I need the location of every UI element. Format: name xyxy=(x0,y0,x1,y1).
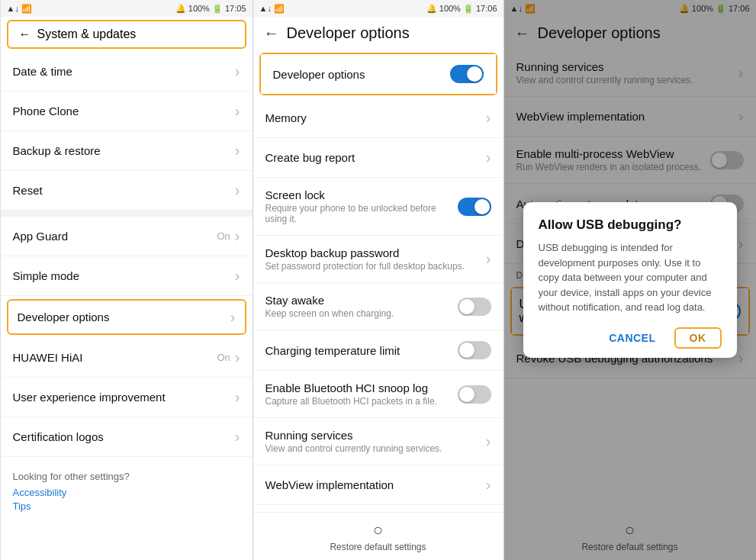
dialog-buttons: CANCEL OK xyxy=(539,327,722,349)
chevron-desktop-backup xyxy=(486,250,491,268)
list-item-phone-clone[interactable]: Phone Clone xyxy=(1,92,253,131)
list-item-running-services[interactable]: Running services View and control curren… xyxy=(253,418,503,465)
divider-1 xyxy=(1,211,253,217)
battery-text: 100% 🔋 xyxy=(188,4,223,14)
middle-top-bar: ← Developer options xyxy=(253,17,503,50)
dev-options-toggle-switch[interactable] xyxy=(450,65,484,83)
back-arrow-left[interactable]: ← xyxy=(19,27,31,41)
middle-panel: ▲↓ 📶 🔔 100% 🔋 17:06 ← Developer options … xyxy=(253,0,504,560)
stay-awake-toggle[interactable] xyxy=(458,298,491,316)
status-right: 🔔 100% 🔋 17:05 xyxy=(175,4,246,14)
app-guard-badge: On xyxy=(217,230,230,242)
signal-icon-m: ▲↓ xyxy=(259,4,272,13)
chevron-simple-mode xyxy=(235,267,240,285)
list-item-stay-awake[interactable]: Stay awake Keep screen on when charging. xyxy=(253,283,503,330)
right-panel: ▲↓ 📶 🔔 100% 🔋 17:06 ← Developer options … xyxy=(504,0,756,560)
restore-label-m: Restore default settings xyxy=(330,542,426,552)
status-bar-middle: ▲↓ 📶 🔔 100% 🔋 17:06 xyxy=(253,0,503,17)
battery-m: 100% 🔋 xyxy=(439,4,474,14)
list-item-dev-options-toggle[interactable]: Developer options xyxy=(261,54,496,94)
list-item-user-experience[interactable]: User experience improvement xyxy=(1,378,253,417)
left-footer: Looking for other settings? Accessibilit… xyxy=(1,457,253,526)
time-m: 17:06 xyxy=(476,4,497,13)
alarm-icon-m: 🔔 xyxy=(426,4,437,14)
list-item-desktop-backup[interactable]: Desktop backup password Set password pro… xyxy=(253,236,503,283)
chevron-certification xyxy=(235,428,240,446)
dev-options-toggle-highlight: Developer options xyxy=(259,53,497,95)
left-top-bar: ← System & updates xyxy=(7,20,246,49)
chevron-user-experience xyxy=(235,388,240,406)
hiai-badge: On xyxy=(217,352,230,363)
screen-lock-toggle[interactable] xyxy=(458,198,491,216)
list-item-huawei-hiai[interactable]: HUAWEI HiAI On xyxy=(1,338,253,378)
left-section-list: Date & time Phone Clone Backup & restore… xyxy=(1,52,253,560)
usb-dialog: Allow USB debugging? USB debugging is in… xyxy=(523,202,737,358)
charging-temp-toggle[interactable] xyxy=(458,341,491,359)
chevron-developer-options xyxy=(230,308,236,326)
chevron-phone-clone xyxy=(235,102,240,120)
list-item-simple-mode[interactable]: Simple mode xyxy=(1,256,253,296)
list-item-screen-lock[interactable]: Screen lock Require your phone to be unl… xyxy=(253,178,503,236)
list-item-multi-process[interactable]: Enable multi-process WebView Run WebView… xyxy=(253,505,503,512)
cancel-button[interactable]: CANCEL xyxy=(598,327,666,349)
list-item-memory[interactable]: Memory xyxy=(253,98,503,138)
middle-footer: ○ Restore default settings xyxy=(253,512,503,560)
list-item-webview[interactable]: WebView implementation xyxy=(253,465,503,505)
chevron-backup xyxy=(235,142,240,159)
bluetooth-hci-toggle[interactable] xyxy=(458,385,491,404)
status-bar-left: ▲↓ 📶 🔔 100% 🔋 17:05 xyxy=(1,0,253,17)
list-item-reset[interactable]: Reset xyxy=(1,171,253,211)
restore-icon-m: ○ xyxy=(373,520,383,540)
chevron-webview xyxy=(486,476,491,494)
middle-title: Developer options xyxy=(287,24,410,42)
status-left: ▲↓ 📶 xyxy=(7,4,32,14)
chevron-reset xyxy=(235,182,240,199)
list-item-charging-temp[interactable]: Charging temperature limit xyxy=(253,330,503,371)
middle-section-list: Developer options Memory Create bug repo… xyxy=(253,50,503,512)
list-item-date-time[interactable]: Date & time xyxy=(1,52,253,92)
chevron-memory xyxy=(486,109,491,127)
back-arrow-middle[interactable]: ← xyxy=(264,24,279,42)
list-item-developer-options[interactable]: Developer options xyxy=(7,299,246,335)
left-panel: ▲↓ 📶 🔔 100% 🔋 17:05 ← System & updates D… xyxy=(1,0,253,560)
time-left: 17:05 xyxy=(225,4,246,13)
dialog-title: Allow USB debugging? xyxy=(539,217,722,233)
chevron-date-time xyxy=(235,63,240,80)
list-item-app-guard[interactable]: App Guard On xyxy=(1,217,253,256)
alarm-icon: 🔔 xyxy=(175,4,186,14)
chevron-bug xyxy=(486,149,491,166)
list-item-bluetooth-hci[interactable]: Enable Bluetooth HCI snoop log Capture a… xyxy=(253,371,503,418)
status-right-m: 🔔 100% 🔋 17:06 xyxy=(426,4,497,14)
dialog-overlay: Allow USB debugging? USB debugging is in… xyxy=(504,0,756,560)
wifi-icon: 📶 xyxy=(21,4,32,14)
footer-text: Looking for other settings? xyxy=(13,471,240,482)
wifi-icon-m: 📶 xyxy=(274,4,285,14)
list-item-certification[interactable]: Certification logos xyxy=(1,417,253,457)
signal-icon: ▲↓ xyxy=(7,4,19,13)
status-left-m: ▲↓ 📶 xyxy=(259,4,285,14)
accessibility-link[interactable]: Accessibility xyxy=(13,487,240,498)
chevron-app-guard xyxy=(235,227,240,245)
dialog-body: USB debugging is intended for developmen… xyxy=(539,240,722,315)
list-item-backup[interactable]: Backup & restore xyxy=(1,131,253,171)
chevron-hiai xyxy=(235,349,240,366)
left-title: System & updates xyxy=(37,27,137,41)
tips-link[interactable]: Tips xyxy=(13,500,240,512)
chevron-running-services xyxy=(486,433,491,450)
list-item-create-bug[interactable]: Create bug report xyxy=(253,138,503,178)
ok-button[interactable]: OK xyxy=(674,327,722,349)
